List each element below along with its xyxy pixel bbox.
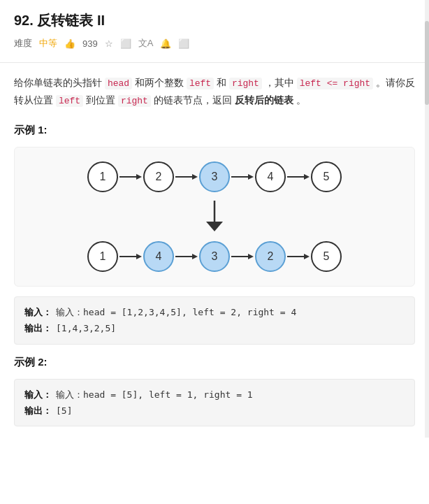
node-1-1: 1 bbox=[87, 161, 118, 192]
code-condition: left <= right bbox=[297, 78, 373, 89]
svg-marker-1 bbox=[136, 174, 142, 180]
bell-icon[interactable]: 🔔 bbox=[160, 38, 171, 49]
svg-marker-11 bbox=[136, 254, 142, 259]
node-1-4: 4 bbox=[255, 161, 286, 192]
svg-marker-7 bbox=[304, 174, 310, 180]
example1-input-line: 输入： 输入：head = [1,2,3,4,5], left = 2, rig… bbox=[24, 304, 405, 320]
translate-icon[interactable]: 文A bbox=[138, 37, 154, 50]
down-arrow-container bbox=[201, 199, 228, 234]
svg-marker-5 bbox=[248, 174, 254, 180]
like-icon[interactable]: 👍 bbox=[64, 38, 75, 49]
svg-marker-9 bbox=[206, 222, 223, 231]
scrollbar-track bbox=[425, 0, 429, 438]
description: 给你单链表的头指针 head 和两个整数 left 和 right ，其中 le… bbox=[14, 74, 415, 110]
example1-io: 输入： 输入：head = [1,2,3,4,5], left = 2, rig… bbox=[14, 296, 415, 345]
example2-input-value: 输入：head = [5], left = 1, right = 1 bbox=[56, 387, 253, 403]
input-label-1: 输入： bbox=[24, 304, 52, 320]
bookmark-icon[interactable]: ⬜ bbox=[178, 38, 189, 49]
difficulty-badge: 中等 bbox=[39, 37, 57, 50]
code-left: left bbox=[187, 78, 214, 89]
output-label-2: 输出： bbox=[24, 403, 52, 419]
svg-marker-15 bbox=[248, 254, 254, 259]
arrow-r1-r2 bbox=[118, 250, 143, 264]
arrow-r4-r5 bbox=[286, 250, 311, 264]
meta-row: 难度 中等 👍 939 ☆ ⬜ 文A 🔔 ⬜ bbox=[14, 37, 415, 50]
node-2-3: 3 bbox=[199, 241, 230, 272]
scrollbar-thumb[interactable] bbox=[425, 21, 429, 105]
example2-title: 示例 2: bbox=[14, 356, 415, 369]
code-right2: right bbox=[118, 95, 151, 107]
code-head: head bbox=[105, 78, 132, 89]
arrow-1-2 bbox=[118, 170, 143, 184]
code-left2: left bbox=[56, 95, 83, 107]
diagram-row2: 1 4 3 2 5 bbox=[87, 241, 342, 272]
input-label-2: 输入： bbox=[24, 387, 52, 403]
node-2-4: 2 bbox=[255, 241, 286, 272]
difficulty-label: 难度 bbox=[14, 37, 32, 50]
arrow-3-4 bbox=[230, 170, 255, 184]
example1-title: 示例 1: bbox=[14, 124, 415, 137]
page-title: 92. 反转链表 II bbox=[14, 11, 415, 30]
example2-input-line: 输入： 输入：head = [5], left = 1, right = 1 bbox=[24, 387, 405, 403]
star-icon[interactable]: ☆ bbox=[105, 38, 113, 49]
node-1-5: 5 bbox=[311, 161, 342, 192]
example1-output-value: [1,4,3,2,5] bbox=[56, 320, 116, 336]
arrow-r2-r3 bbox=[174, 250, 199, 264]
example2-output-value: [5] bbox=[56, 403, 72, 419]
node-1-2: 2 bbox=[143, 161, 174, 192]
example1-input-value: 输入：head = [1,2,3,4,5], left = 2, right =… bbox=[56, 304, 296, 320]
output-label-1: 输出： bbox=[24, 320, 52, 336]
arrow-2-3 bbox=[174, 170, 199, 184]
like-count: 939 bbox=[82, 38, 98, 49]
page-container: 92. 反转链表 II 难度 中等 👍 939 ☆ ⬜ 文A 🔔 ⬜ 给你单链表… bbox=[0, 0, 429, 438]
down-arrow-icon bbox=[201, 199, 228, 234]
share-icon[interactable]: ⬜ bbox=[120, 38, 131, 49]
arrow-r3-r4 bbox=[230, 250, 255, 264]
code-right: right bbox=[229, 78, 262, 89]
node-2-1: 1 bbox=[87, 241, 118, 272]
diagram-row1: 1 2 3 4 5 bbox=[87, 161, 342, 192]
divider bbox=[0, 62, 429, 63]
result-strong: 反转后的链表 bbox=[235, 94, 293, 106]
svg-marker-3 bbox=[192, 174, 198, 180]
arrow-4-5 bbox=[286, 170, 311, 184]
example2-io: 输入： 输入：head = [5], left = 1, right = 1 输… bbox=[14, 379, 415, 427]
example1-output-line: 输出： [1,4,3,2,5] bbox=[24, 320, 405, 336]
node-1-3: 3 bbox=[199, 161, 230, 192]
example2-output-line: 输出： [5] bbox=[24, 403, 405, 419]
node-2-2: 4 bbox=[143, 241, 174, 272]
diagram-container: 1 2 3 4 5 bbox=[14, 147, 415, 287]
svg-marker-13 bbox=[192, 254, 198, 259]
svg-marker-17 bbox=[304, 254, 310, 259]
node-2-5: 5 bbox=[311, 241, 342, 272]
